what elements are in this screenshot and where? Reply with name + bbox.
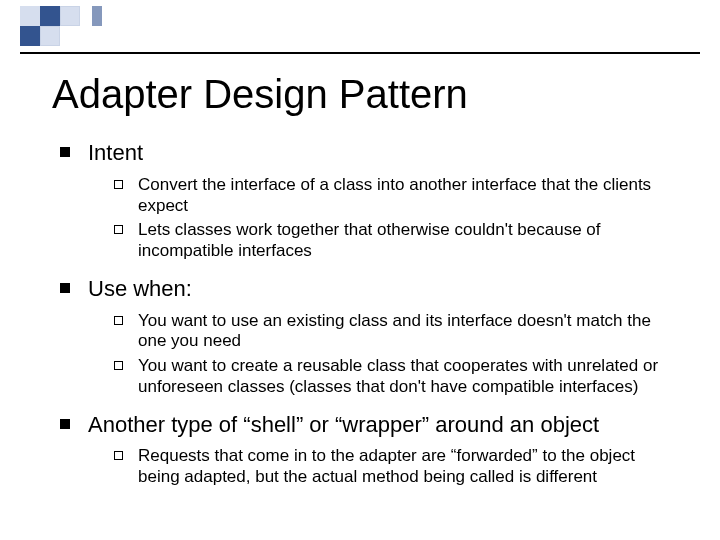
section-heading: Intent [88,140,143,165]
list-item: Lets classes work together that otherwis… [114,220,680,261]
slide-title: Adapter Design Pattern [52,72,468,117]
section-heading: Use when: [88,276,192,301]
list-item: Requests that come in to the adapter are… [114,446,680,487]
list-item: You want to use an existing class and it… [114,311,680,352]
horizontal-rule [20,52,700,54]
section-intent: Intent Convert the interface of a class … [60,140,680,262]
section-wrapper: Another type of “shell” or “wrapper” aro… [60,412,680,488]
corner-decoration-row1 [20,6,102,26]
corner-decoration-row2 [20,26,60,46]
section-heading: Another type of “shell” or “wrapper” aro… [88,412,599,437]
list-item: You want to create a reusable class that… [114,356,680,397]
section-use-when: Use when: You want to use an existing cl… [60,276,680,398]
slide: Adapter Design Pattern Intent Convert th… [0,0,720,540]
list-item: Convert the interface of a class into an… [114,175,680,216]
slide-body: Intent Convert the interface of a class … [60,140,680,502]
